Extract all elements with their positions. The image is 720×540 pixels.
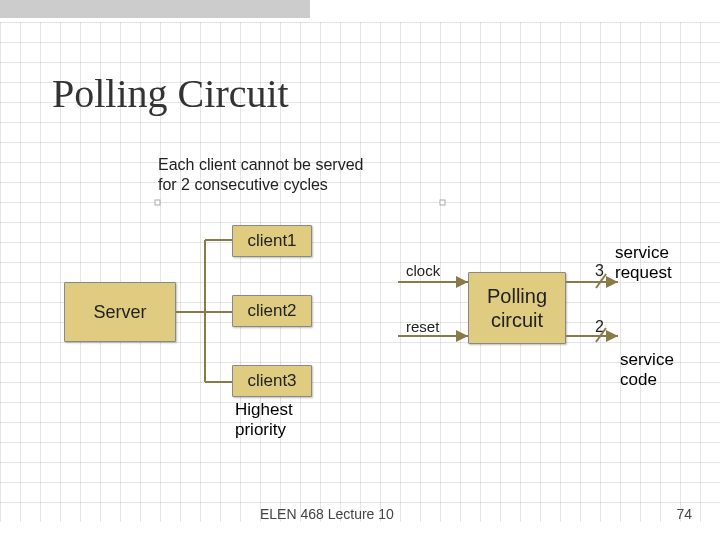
polling-label-line-1: Polling [487, 285, 547, 307]
client1-label: client1 [247, 231, 296, 251]
service-code-line-1: service [620, 350, 674, 369]
reset-label: reset [406, 318, 439, 335]
constraint-text: Each client cannot be served for 2 conse… [158, 155, 363, 195]
server-block: Server [64, 282, 176, 342]
client2-block: client2 [232, 295, 312, 327]
client3-block: client3 [232, 365, 312, 397]
polling-circuit-block: Polling circuit [468, 272, 566, 344]
service-request-label: service request [615, 243, 672, 282]
footer-lecture: ELEN 468 Lecture 10 [260, 506, 394, 522]
constraint-line-1: Each client cannot be served [158, 156, 363, 173]
client3-note: Highest priority [235, 400, 293, 441]
client3-note-line-2: priority [235, 420, 286, 439]
footer-page-number: 74 [676, 506, 692, 522]
client3-note-line-1: Highest [235, 400, 293, 419]
svg-rect-11 [155, 200, 160, 205]
client1-block: client1 [232, 225, 312, 257]
bus-width-3: 3 [595, 262, 604, 280]
client3-label: client3 [247, 371, 296, 391]
svg-rect-12 [440, 200, 445, 205]
service-request-line-1: service [615, 243, 669, 262]
client2-label: client2 [247, 301, 296, 321]
server-label: Server [93, 302, 146, 323]
page-title: Polling Circuit [52, 70, 289, 117]
service-code-label: service code [620, 350, 674, 389]
top-divider [0, 0, 310, 18]
constraint-line-2: for 2 consecutive cycles [158, 176, 328, 193]
bus-width-2: 2 [595, 318, 604, 336]
clock-label: clock [406, 262, 440, 279]
service-code-line-2: code [620, 370, 657, 389]
polling-label-line-2: circuit [491, 309, 543, 331]
service-request-line-2: request [615, 263, 672, 282]
